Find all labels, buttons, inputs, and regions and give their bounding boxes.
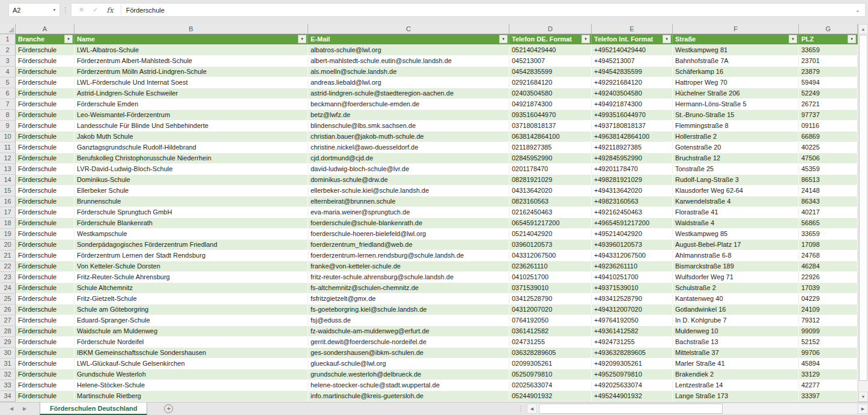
- cell[interactable]: grundschule.westerloh@delbrueck.de: [308, 369, 509, 380]
- cell[interactable]: fs-altchemnitz@schulen-chemnitz.de: [308, 283, 509, 294]
- cell[interactable]: christian.bauer@jakob-muth-schule.de: [308, 132, 509, 142]
- cell[interactable]: Förderschule: [16, 207, 74, 218]
- horizontal-scrollbar-thumb[interactable]: [539, 404, 723, 414]
- cell[interactable]: Bahnhofstraße 7A: [673, 56, 799, 67]
- cell[interactable]: Kantatenweg 40: [673, 294, 799, 304]
- cell[interactable]: Förderschule: [16, 304, 74, 315]
- row-number-32[interactable]: 32: [0, 369, 16, 380]
- row-number-10[interactable]: 10: [0, 132, 16, 142]
- cell[interactable]: +4993516044970: [592, 110, 673, 121]
- cell[interactable]: Förderschule: [16, 77, 74, 88]
- cell[interactable]: Jakob Muth Schule: [74, 132, 308, 142]
- cell[interactable]: 0201178470: [509, 164, 592, 175]
- cell[interactable]: +494312007020: [592, 304, 673, 315]
- cell[interactable]: 56865: [799, 218, 858, 229]
- row-number-13[interactable]: 13: [0, 164, 16, 175]
- cell[interactable]: +495250979810: [592, 369, 673, 380]
- cell[interactable]: Förderschule: [16, 359, 74, 369]
- cell[interactable]: +49823160563: [592, 196, 673, 207]
- cell[interactable]: christine.nickel@awo-duesseldorf.de: [308, 142, 509, 153]
- cell[interactable]: Fritz-Reuter-Schule Ahrensburg: [74, 272, 308, 283]
- cell[interactable]: Förderschule: [16, 283, 74, 294]
- cell[interactable]: blindenschule@lbs.smk.sachsen.de: [308, 121, 509, 132]
- cell[interactable]: 59494: [799, 77, 858, 88]
- row-number-3[interactable]: 3: [0, 56, 16, 67]
- column-header-C[interactable]: C: [308, 24, 509, 34]
- cell[interactable]: 03960120573: [509, 240, 592, 250]
- row-number-28[interactable]: 28: [0, 326, 16, 337]
- cell[interactable]: Förderschule: [16, 153, 74, 164]
- cell[interactable]: 0638142864100: [509, 132, 592, 142]
- cell[interactable]: Marler Straße 41: [673, 359, 799, 369]
- row-number-31[interactable]: 31: [0, 359, 16, 369]
- cell[interactable]: Förderschule: [16, 294, 74, 304]
- cell[interactable]: 04229: [799, 294, 858, 304]
- cell[interactable]: Förderschule: [16, 348, 74, 359]
- cell[interactable]: betz@lwfz.de: [308, 110, 509, 121]
- cell[interactable]: 02118927385: [509, 142, 592, 153]
- cell[interactable]: beckmann@foerderschule-emden.de: [308, 99, 509, 110]
- cell[interactable]: 26721: [799, 99, 858, 110]
- cell[interactable]: 02921684120: [509, 77, 592, 88]
- cell[interactable]: Muldenweg 10: [673, 326, 799, 337]
- cell[interactable]: 02403504580: [509, 88, 592, 99]
- cell[interactable]: 47506: [799, 153, 858, 164]
- scroll-right-icon[interactable]: ▶: [858, 404, 868, 414]
- cell[interactable]: 52249: [799, 88, 858, 99]
- cell[interactable]: foerderschule@schule-blankenrath.de: [308, 218, 509, 229]
- row-number-23[interactable]: 23: [0, 272, 16, 283]
- cell[interactable]: Förderschule: [16, 272, 74, 283]
- cell[interactable]: Waidschule am Muldenweg: [74, 326, 308, 337]
- cell[interactable]: 04921874300: [509, 99, 592, 110]
- cell[interactable]: fsfritzgietzelt@gmx.de: [308, 294, 509, 304]
- cell[interactable]: Eduard-Spranger-Schule: [74, 315, 308, 326]
- cell[interactable]: 86513: [799, 175, 858, 186]
- cell[interactable]: Ganztagsgrundschule Rudolf-Hildebrand: [74, 142, 308, 153]
- cell[interactable]: Förderschule: [16, 369, 74, 380]
- cell[interactable]: 17098: [799, 240, 858, 250]
- formula-input[interactable]: Förderschule: [121, 7, 855, 14]
- cell[interactable]: 99706: [799, 348, 858, 359]
- cell[interactable]: Schäferkamp 16: [673, 67, 799, 77]
- cell[interactable]: Förderschule: [16, 391, 74, 402]
- cell[interactable]: 79312: [799, 315, 858, 326]
- row-number-6[interactable]: 6: [0, 88, 16, 99]
- cell[interactable]: Förderschule Emden: [74, 99, 308, 110]
- cell[interactable]: andreas.liebald@lwl.org: [308, 77, 509, 88]
- cell[interactable]: Förderschule: [16, 45, 74, 56]
- row-number-9[interactable]: 9: [0, 121, 16, 132]
- cell[interactable]: 66869: [799, 132, 858, 142]
- cell[interactable]: Förderschule: [16, 132, 74, 142]
- cell[interactable]: Lange Straße 173: [673, 391, 799, 402]
- filter-dropdown-icon[interactable]: ▾: [499, 35, 508, 43]
- cell[interactable]: +492845952990: [592, 153, 673, 164]
- cell[interactable]: LWL-Förderschule Und Internat Soest: [74, 77, 308, 88]
- column-header-B[interactable]: B: [74, 24, 308, 34]
- cell[interactable]: Bismarckstraße 189: [673, 261, 799, 272]
- cell[interactable]: LVR-David-Ludwig-Bloch-Schule: [74, 164, 308, 175]
- cell[interactable]: 86343: [799, 196, 858, 207]
- cell[interactable]: Hermann-Löns-Straße 5: [673, 99, 799, 110]
- cell[interactable]: 46284: [799, 261, 858, 272]
- cell[interactable]: Förderschule: [16, 99, 74, 110]
- cell[interactable]: 99099: [799, 326, 858, 337]
- cell[interactable]: Wulfsdorfer Weg 71: [673, 272, 799, 283]
- cell[interactable]: 0236261110: [509, 261, 592, 272]
- cell[interactable]: 02099305261: [509, 359, 592, 369]
- cell[interactable]: Förderschule: [16, 196, 74, 207]
- cell[interactable]: +492162450463: [592, 207, 673, 218]
- cell[interactable]: 0764192050: [509, 315, 592, 326]
- cell[interactable]: +49410251700: [592, 272, 673, 283]
- row-number-26[interactable]: 26: [0, 304, 16, 315]
- cell[interactable]: +49764192050: [592, 315, 673, 326]
- cell[interactable]: Klausdorfer Weg 62-64: [673, 186, 799, 196]
- column-header-E[interactable]: E: [592, 24, 673, 34]
- cell[interactable]: Lentzestraße 14: [673, 380, 799, 391]
- filter-dropdown-icon[interactable]: ▾: [848, 35, 856, 43]
- cell[interactable]: Förderschule Nordeifel: [74, 337, 308, 348]
- row-number-34[interactable]: 34: [0, 391, 16, 402]
- row-number-17[interactable]: 17: [0, 207, 16, 218]
- cell[interactable]: dominikus-schule@drw.de: [308, 175, 509, 186]
- cell[interactable]: 45359: [799, 164, 858, 175]
- row-number-24[interactable]: 24: [0, 283, 16, 294]
